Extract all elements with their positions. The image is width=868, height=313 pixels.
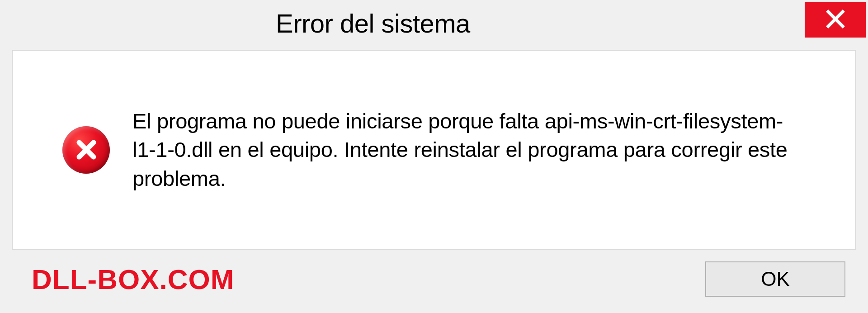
error-dialog: Error del sistema El programa no puede i…: [0, 0, 868, 313]
error-icon: [62, 126, 110, 174]
title-bar: Error del sistema: [0, 0, 868, 45]
footer-bar: DLL-BOX.COM OK: [0, 250, 868, 313]
close-button[interactable]: [805, 2, 866, 38]
ok-button[interactable]: OK: [705, 261, 845, 297]
dialog-title: Error del sistema: [0, 0, 470, 38]
error-message: El programa no puede iniciarse porque fa…: [132, 107, 806, 193]
watermark-text: DLL-BOX.COM: [32, 263, 234, 295]
content-area: El programa no puede iniciarse porque fa…: [12, 50, 856, 250]
close-icon: [826, 9, 845, 31]
